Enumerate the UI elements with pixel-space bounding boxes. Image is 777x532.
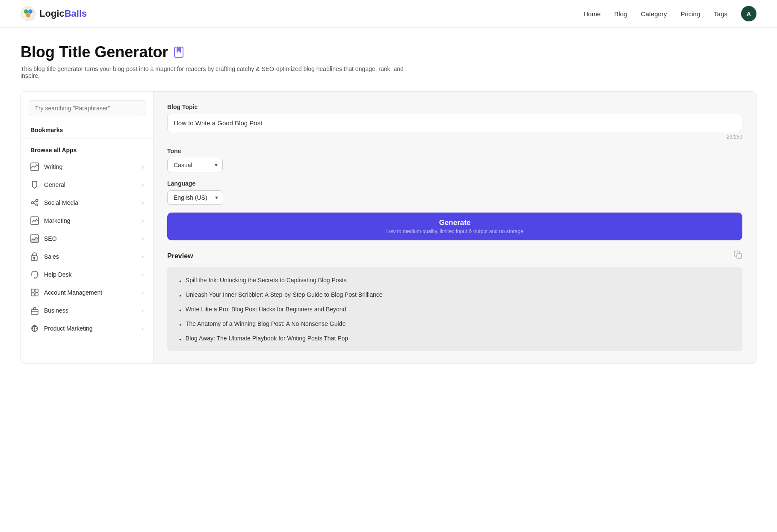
logo-text: LogicBalls <box>39 8 87 19</box>
svg-point-17 <box>34 278 35 279</box>
svg-rect-21 <box>35 293 38 296</box>
title-row: Blog Title Generator <box>21 43 756 61</box>
bookmark-icon[interactable] <box>173 47 184 58</box>
sidebar-item-marketing[interactable]: Marketing › <box>21 212 153 230</box>
svg-point-27 <box>36 328 37 329</box>
business-icon <box>30 306 39 315</box>
sidebar-item-left: Writing <box>30 163 62 171</box>
preview-header: Preview <box>167 251 742 261</box>
chevron-right-icon: › <box>142 200 144 206</box>
general-icon <box>30 180 39 189</box>
sidebar-item-business-label: Business <box>44 307 68 314</box>
svg-rect-18 <box>31 289 34 292</box>
generate-button[interactable]: Generate Low to medium quality, limited … <box>167 213 742 240</box>
sidebar-item-product-marketing-label: Product Marketing <box>44 325 93 332</box>
sidebar-item-product-marketing[interactable]: Product Marketing › <box>21 319 153 337</box>
sidebar-item-helpdesk-label: Help Desk <box>44 271 72 278</box>
svg-point-8 <box>36 204 38 206</box>
language-select[interactable]: English (US) English (UK) Spanish <box>167 190 223 205</box>
sidebar-item-general-label: General <box>44 181 65 188</box>
language-select-wrap: English (US) English (UK) Spanish ▼ <box>167 190 223 205</box>
svg-point-15 <box>34 257 35 259</box>
sidebar-item-account-management[interactable]: Account Management › <box>21 284 153 301</box>
seo-icon <box>30 234 39 243</box>
chevron-right-icon: › <box>142 325 144 332</box>
preview-text-5: Blog Away: The Ultimate Playbook for Wri… <box>186 335 348 342</box>
sidebar-item-seo[interactable]: SEO › <box>21 230 153 248</box>
bullet-3: ● <box>179 308 181 312</box>
svg-point-3 <box>26 13 30 18</box>
logo-icon <box>21 6 36 21</box>
tone-select[interactable]: Casual Formal Professional <box>167 158 223 172</box>
preview-item-5: ● Blog Away: The Ultimate Playbook for W… <box>179 335 730 342</box>
svg-rect-20 <box>31 293 34 296</box>
blog-topic-input[interactable] <box>167 114 742 132</box>
writing-icon <box>30 163 39 171</box>
sidebar-item-social-media[interactable]: Social Media › <box>21 194 153 212</box>
tone-field: Tone Casual Formal Professional ▼ <box>167 148 742 172</box>
nav-tags[interactable]: Tags <box>714 10 727 18</box>
svg-point-1 <box>24 9 28 14</box>
preview-item-2: ● Unleash Your Inner Scribbler: A Step-b… <box>179 291 730 298</box>
sidebar-item-writing[interactable]: Writing › <box>21 158 153 176</box>
sidebar-item-writing-label: Writing <box>44 163 62 170</box>
generate-btn-sub: Low to medium quality, limited input & o… <box>173 228 736 234</box>
preview-label: Preview <box>167 252 193 260</box>
nav-category[interactable]: Category <box>641 10 667 18</box>
svg-rect-28 <box>737 254 742 258</box>
chevron-right-icon: › <box>142 290 144 296</box>
right-panel: Blog Topic 29/250 Tone Casual Formal Pro… <box>154 92 756 363</box>
svg-point-7 <box>32 202 34 204</box>
svg-line-9 <box>33 201 35 202</box>
product-marketing-icon <box>30 324 39 333</box>
page-title: Blog Title Generator <box>21 43 168 61</box>
helpdesk-icon <box>30 270 39 279</box>
preview-item-1: ● Spill the Ink: Unlocking the Secrets t… <box>179 277 730 284</box>
svg-line-10 <box>33 203 35 204</box>
sidebar-item-sales-label: Sales <box>44 253 59 260</box>
bullet-4: ● <box>179 323 181 327</box>
svg-rect-19 <box>35 289 38 292</box>
sidebar-item-social-label: Social Media <box>44 199 78 206</box>
bullet-2: ● <box>179 294 181 298</box>
social-media-icon <box>30 198 39 207</box>
tone-select-wrap: Casual Formal Professional ▼ <box>167 158 223 172</box>
chevron-right-icon: › <box>142 218 144 224</box>
language-field: Language English (US) English (UK) Spani… <box>167 180 742 205</box>
blog-topic-field: Blog Topic 29/250 <box>167 103 742 140</box>
tone-label: Tone <box>167 148 742 154</box>
nav-links: Home Blog Category Pricing Tags A <box>584 6 756 21</box>
preview-text-3: Write Like a Pro: Blog Post Hacks for Be… <box>186 306 346 313</box>
copy-icon[interactable] <box>734 251 742 261</box>
chevron-right-icon: › <box>142 182 144 188</box>
left-panel: Bookmarks Browse all Apps Writing › <box>21 92 154 363</box>
preview-text-2: Unleash Your Inner Scribbler: A Step-by-… <box>186 291 383 298</box>
chevron-right-icon: › <box>142 272 144 278</box>
sidebar-list: Writing › General › <box>21 158 153 337</box>
bookmarks-label: Bookmarks <box>21 123 153 139</box>
svg-point-2 <box>28 9 32 14</box>
nav-pricing[interactable]: Pricing <box>680 10 700 18</box>
sidebar-item-general[interactable]: General › <box>21 176 153 194</box>
nav-home[interactable]: Home <box>584 10 601 18</box>
page-description: This blog title generator turns your blo… <box>21 65 405 79</box>
sidebar-item-sales[interactable]: Sales › <box>21 248 153 266</box>
language-label: Language <box>167 180 742 187</box>
user-avatar[interactable]: A <box>741 6 756 21</box>
blog-topic-label: Blog Topic <box>167 103 742 110</box>
sidebar-item-business[interactable]: Business › <box>21 301 153 319</box>
nav-blog[interactable]: Blog <box>615 10 627 18</box>
bullet-5: ● <box>179 337 181 341</box>
navbar: LogicBalls Home Blog Category Pricing Ta… <box>0 0 777 28</box>
chevron-right-icon: › <box>142 254 144 260</box>
generate-btn-title: Generate <box>173 219 736 227</box>
logo[interactable]: LogicBalls <box>21 6 87 21</box>
preview-box: ● Spill the Ink: Unlocking the Secrets t… <box>167 267 742 351</box>
two-column-layout: Bookmarks Browse all Apps Writing › <box>21 91 756 364</box>
browse-label: Browse all Apps <box>21 139 153 158</box>
search-input[interactable] <box>29 100 145 116</box>
chevron-right-icon: › <box>142 236 144 242</box>
preview-item-4: ● The Anatomy of a Winning Blog Post: A … <box>179 320 730 327</box>
sidebar-item-helpdesk[interactable]: Help Desk › <box>21 266 153 284</box>
svg-point-6 <box>36 200 38 202</box>
